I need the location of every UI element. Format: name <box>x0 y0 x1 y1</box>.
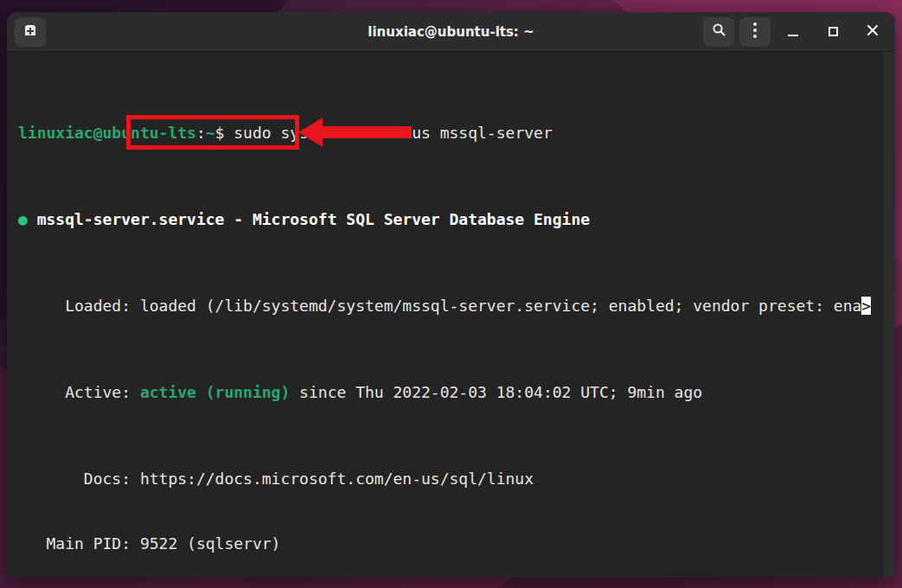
terminal-screen[interactable]: linuxiac@ubuntu-lts:~$ sudo systemctl st… <box>7 52 895 577</box>
new-tab-button[interactable] <box>15 17 46 47</box>
service-title-line: ● mssql-server.service - Microsoft SQL S… <box>18 208 895 230</box>
main-pid-line: Main PID: 9522 (sqlservr) <box>18 533 895 554</box>
scrollbar[interactable] <box>884 52 895 577</box>
close-icon <box>867 23 879 40</box>
active-state: active (running) <box>140 383 290 401</box>
active-label: Active: <box>18 383 140 401</box>
docs-line: Docs: https://docs.microsoft.com/en-us/s… <box>18 468 895 489</box>
terminal-window: linuxiac@ubuntu-lts: ~ <box>7 12 895 578</box>
line-truncation-indicator: > <box>861 297 871 315</box>
search-button[interactable] <box>703 17 734 47</box>
search-icon <box>712 22 726 41</box>
minimize-icon <box>788 35 798 36</box>
kebab-menu-icon <box>752 22 758 42</box>
service-status-dot: ● <box>18 210 28 228</box>
close-button[interactable] <box>855 17 890 47</box>
loaded-line: Loaded: loaded (/lib/systemd/system/mssq… <box>18 295 895 316</box>
annotation-arrow-icon <box>298 118 413 147</box>
titlebar[interactable]: linuxiac@ubuntu-lts: ~ <box>7 12 895 52</box>
annotation-highlight-box <box>126 115 299 150</box>
new-tab-icon <box>22 23 38 41</box>
menu-button[interactable] <box>739 17 771 47</box>
maximize-button[interactable] <box>816 17 850 47</box>
maximize-icon <box>828 27 838 36</box>
active-line: Active: active (running) since Thu 2022-… <box>18 381 895 403</box>
loaded-text: Loaded: loaded (/lib/systemd/system/mssq… <box>18 297 861 315</box>
active-rest: since Thu 2022-02-03 18:04:02 UTC; 9min … <box>290 383 702 401</box>
service-title: mssql-server.service - Microsoft SQL Ser… <box>28 210 590 228</box>
minimize-button[interactable] <box>776 17 810 47</box>
